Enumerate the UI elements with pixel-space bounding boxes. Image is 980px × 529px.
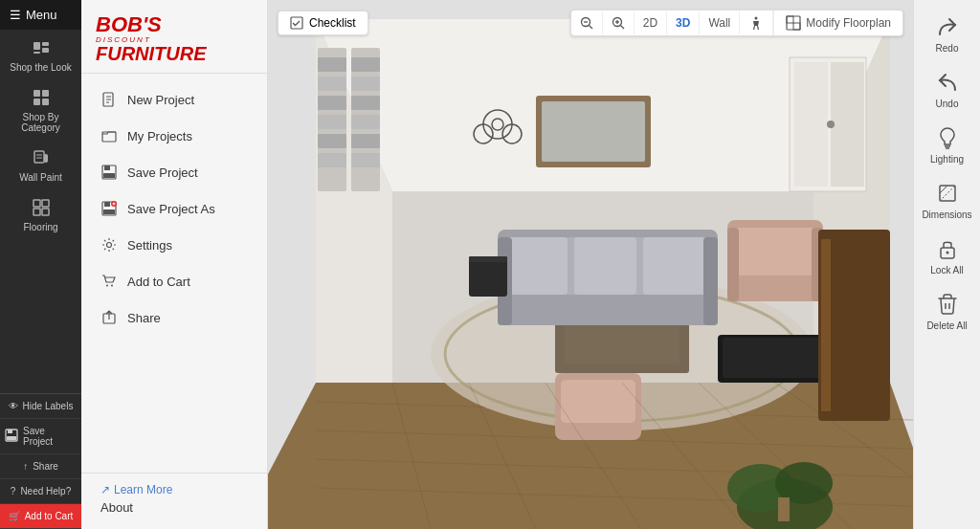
svg-rect-69	[351, 77, 380, 91]
menu-new-project[interactable]: New Project	[81, 81, 267, 118]
lock-all-button[interactable]: Lock All	[920, 230, 975, 281]
checklist-button[interactable]: Checklist	[278, 11, 368, 35]
room-scene	[268, 0, 913, 529]
shop-look-label: Shop the Look	[10, 62, 72, 73]
2d-label: 2D	[643, 16, 657, 30]
2d-button[interactable]: 2D	[635, 11, 667, 34]
svg-rect-5	[42, 90, 49, 97]
svg-rect-119	[940, 186, 955, 201]
menu-items-list: New Project My Projects Save Project	[81, 74, 267, 473]
menu-header[interactable]: ☰ Menu	[0, 0, 81, 30]
need-help-button[interactable]: ? Need Help?	[0, 479, 81, 504]
menu-share[interactable]: Share	[81, 299, 267, 336]
svg-rect-28	[104, 202, 110, 207]
menu-save-project-as[interactable]: Save Project As	[81, 190, 267, 227]
svg-rect-0	[33, 42, 40, 50]
redo-button[interactable]: Redo	[920, 8, 975, 59]
save-project-button[interactable]: Save Project	[0, 419, 81, 454]
sidebar-item-shop-by-category[interactable]: Shop By Category	[0, 79, 81, 140]
person-view-button[interactable]	[740, 11, 773, 35]
add-to-cart-button[interactable]: 🛒 Add to Cart	[0, 504, 81, 529]
zoom-out-button[interactable]	[571, 11, 603, 34]
new-project-label: New Project	[127, 93, 194, 107]
svg-rect-66	[318, 153, 346, 167]
redo-label: Redo	[936, 43, 959, 54]
svg-point-123	[946, 252, 948, 254]
svg-point-45	[755, 17, 758, 20]
3d-label: 3D	[676, 16, 690, 30]
lighting-button[interactable]: Lighting	[920, 119, 975, 170]
redo-icon	[934, 13, 961, 40]
share-button[interactable]: ↑ Share	[0, 454, 81, 479]
svg-rect-81	[794, 62, 828, 187]
3d-button[interactable]: 3D	[667, 11, 700, 34]
svg-line-46	[754, 26, 755, 30]
checklist-icon	[290, 16, 303, 30]
menu-add-to-cart[interactable]: Add to Cart	[81, 263, 267, 299]
lock-all-icon	[934, 235, 961, 262]
svg-rect-73	[351, 153, 380, 167]
svg-rect-71	[351, 115, 380, 129]
need-help-label: Need Help?	[20, 486, 71, 496]
svg-rect-110	[778, 497, 790, 521]
svg-rect-94	[703, 237, 718, 325]
my-projects-icon	[100, 127, 118, 144]
svg-rect-6	[33, 99, 40, 105]
svg-rect-2	[42, 48, 49, 53]
add-to-cart-label: Add to Cart	[25, 511, 74, 521]
svg-rect-26	[103, 173, 115, 178]
menu-icon: ☰	[10, 8, 21, 22]
svg-rect-7	[42, 99, 49, 105]
svg-rect-29	[103, 209, 115, 214]
my-projects-label: My Projects	[127, 129, 192, 143]
svg-rect-104	[723, 338, 828, 378]
svg-rect-9	[44, 154, 48, 163]
menu-footer: ↗ Learn More About	[81, 473, 267, 529]
zoom-in-button[interactable]	[603, 11, 635, 34]
sidebar-item-wall-paint[interactable]: Wall Paint	[0, 140, 81, 189]
svg-rect-65	[318, 134, 346, 148]
svg-point-34	[106, 285, 108, 287]
svg-rect-82	[831, 62, 864, 187]
zoom-in-icon	[612, 16, 625, 30]
dimensions-button[interactable]: Dimensions	[920, 174, 975, 226]
menu-save-project[interactable]: Save Project	[81, 154, 267, 190]
svg-rect-12	[33, 200, 40, 207]
modify-floorplan-label: Modify Floorplan	[806, 16, 891, 30]
svg-point-33	[107, 243, 112, 248]
delete-all-button[interactable]: Delete All	[920, 285, 975, 337]
svg-rect-97	[727, 228, 739, 301]
sidebar-item-flooring[interactable]: Flooring	[0, 189, 81, 239]
svg-rect-63	[318, 96, 346, 110]
svg-rect-3	[33, 52, 40, 54]
logo-furniture: FURNITURE	[96, 44, 253, 63]
sidebar-bottom: 👁 Hide Labels Save Project ↑ Share ? Nee…	[0, 393, 81, 529]
lighting-icon	[934, 124, 961, 151]
save-project-icon	[5, 429, 18, 444]
svg-rect-8	[34, 151, 44, 163]
add-to-cart-menu-label: Add to Cart	[127, 275, 190, 289]
learn-more-link[interactable]: ↗ Learn More	[100, 483, 248, 496]
wall-button[interactable]: Wall	[700, 11, 740, 34]
delete-all-icon	[934, 291, 961, 318]
share-label: Share	[33, 461, 58, 472]
menu-panel: BOB'S DISCOUNT FURNITURE New Project	[81, 0, 268, 529]
svg-rect-90	[505, 237, 568, 295]
logo-bobs: BOB'S	[96, 14, 253, 35]
hide-labels-button[interactable]: 👁 Hide Labels	[0, 394, 81, 419]
shop-look-icon	[30, 36, 53, 59]
menu-settings[interactable]: Settings	[81, 227, 267, 263]
share-icon: ↑	[23, 461, 28, 472]
sidebar-item-shop-the-look[interactable]: Shop the Look	[0, 30, 81, 79]
svg-rect-68	[351, 57, 380, 72]
svg-rect-100	[561, 380, 635, 423]
checklist-label: Checklist	[309, 16, 356, 30]
svg-line-44	[620, 26, 624, 30]
svg-rect-92	[643, 237, 705, 295]
undo-button[interactable]: Undo	[920, 63, 975, 115]
learn-more-label: Learn More	[114, 483, 172, 496]
menu-my-projects[interactable]: My Projects	[81, 118, 267, 154]
modify-floorplan-button[interactable]: Modify Floorplan	[773, 11, 902, 35]
menu-label: Menu	[26, 8, 57, 22]
about-link[interactable]: About	[100, 500, 248, 515]
